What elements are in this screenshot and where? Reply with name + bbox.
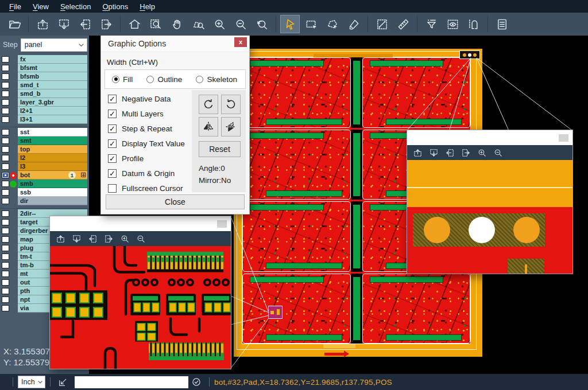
zoom-window-tool-button[interactable] — [146, 15, 165, 33]
zoom-out-tool-button[interactable] — [231, 15, 250, 33]
radio-outline[interactable]: Outline — [146, 75, 182, 84]
menu-item-selection[interactable]: Selection — [55, 2, 96, 11]
layer-name[interactable]: bot1⊞ — [18, 171, 87, 180]
zoom-in-button[interactable] — [120, 234, 130, 244]
snap-tool-button[interactable] — [464, 15, 483, 33]
datum-icon[interactable] — [57, 376, 69, 388]
polygon-select-tool-button[interactable] — [323, 15, 342, 33]
menu-item-options[interactable]: Options — [96, 2, 134, 11]
layer-name[interactable]: l3+1 — [18, 115, 87, 124]
ruler-tool-button[interactable] — [393, 15, 413, 33]
measure-line-tool-button[interactable] — [372, 15, 392, 33]
layer-name[interactable]: bfsmt — [18, 64, 87, 72]
layer-name[interactable]: smt — [18, 136, 87, 145]
home-view-tool-button[interactable] — [125, 15, 144, 33]
menu-item-help[interactable]: Help — [134, 2, 161, 11]
flip-horizontal-button[interactable] — [199, 117, 218, 136]
layer-name[interactable]: fx — [18, 55, 87, 64]
layer-name[interactable]: smd_t — [18, 81, 87, 89]
move-view-right-button[interactable] — [461, 148, 471, 158]
layer-visibility-checkbox[interactable] — [2, 253, 9, 260]
layer-name[interactable]: sst — [18, 128, 87, 136]
view-options-tool-button[interactable] — [443, 15, 462, 33]
layer-name[interactable]: bfsmb — [18, 72, 87, 81]
layer-name[interactable]: l2+1 — [18, 107, 87, 115]
checkbox-step-repeat[interactable]: Step & Repeat — [108, 121, 185, 136]
checkbox-multi-layers[interactable]: Multi Layers — [108, 106, 185, 121]
layer-visibility-checkbox[interactable] — [2, 155, 9, 161]
dialog-close-button[interactable]: x — [234, 37, 247, 47]
move-view-right-tool-button[interactable] — [96, 15, 116, 33]
layer-visibility-checkbox[interactable] — [2, 219, 9, 225]
pan-tool-button[interactable] — [167, 15, 187, 33]
rotate-ccw-button[interactable] — [221, 95, 241, 114]
layer-name[interactable]: l2 — [18, 154, 87, 162]
unit-selector[interactable]: Inch — [18, 376, 45, 388]
layer-name[interactable]: smd_b — [18, 89, 87, 98]
step-repeat-grid-icon[interactable]: ⊞ — [80, 171, 86, 180]
brush-tool-button[interactable] — [344, 15, 363, 33]
layer-name[interactable]: top — [18, 145, 87, 154]
layer-name[interactable]: l3 — [18, 162, 87, 171]
rotate-cw-button[interactable] — [199, 95, 218, 114]
layer-visibility-checkbox[interactable] — [2, 236, 9, 243]
layer-visibility-checkbox[interactable] — [2, 129, 9, 135]
select-tool-button[interactable] — [280, 15, 300, 33]
layer-visibility-checkbox[interactable] — [2, 262, 9, 268]
zoom-previous-tool-button[interactable] — [252, 15, 272, 33]
checkbox-display-text-value[interactable]: Display Text Value — [108, 136, 185, 151]
layer-visibility-checkbox[interactable] — [2, 305, 9, 311]
step-selector[interactable]: panel — [21, 38, 87, 52]
layer-visibility-checkbox[interactable] — [2, 181, 9, 187]
move-view-up-button[interactable] — [413, 148, 423, 158]
layer-visibility-checkbox[interactable] — [2, 189, 9, 196]
checkbox-negative-data[interactable]: Negative Data — [108, 91, 185, 106]
layer-visibility-checkbox[interactable] — [2, 91, 9, 97]
layer-visibility-checkbox[interactable] — [2, 163, 9, 170]
move-view-right-button[interactable] — [104, 234, 114, 244]
zoom-in-button[interactable] — [477, 148, 487, 158]
layer-visibility-checkbox[interactable] — [2, 138, 9, 144]
layer-name[interactable]: dir — [18, 197, 87, 205]
report-tool-button[interactable] — [492, 15, 512, 33]
checkbox-datum-origin[interactable]: Datum & Origin — [108, 166, 185, 181]
layer-visibility-checkbox[interactable] — [2, 245, 9, 251]
layer-visibility-checkbox[interactable] — [2, 73, 9, 80]
layer-name[interactable]: ssb — [18, 188, 87, 197]
flip-vertical-button[interactable] — [221, 117, 241, 136]
layer-name[interactable]: smb — [18, 180, 87, 188]
command-input[interactable] — [75, 376, 188, 388]
layer-visibility-checkbox[interactable] — [2, 228, 9, 234]
window-menu-button[interactable] — [217, 220, 227, 228]
move-view-left-button[interactable] — [445, 148, 455, 158]
move-view-up-button[interactable] — [56, 234, 65, 244]
layer-visibility-checkbox[interactable] — [2, 288, 9, 294]
layer-visibility-checkbox[interactable] — [2, 99, 9, 106]
layer-visibility-checkbox[interactable] — [2, 271, 9, 277]
layer-visibility-checkbox[interactable] — [2, 198, 9, 204]
layer-visibility-checkbox[interactable] — [2, 108, 9, 114]
checkbox-fullscreen-cursor[interactable]: Fullscreen Cursor — [108, 181, 185, 196]
layer-visibility-checkbox[interactable] — [2, 210, 9, 217]
menu-item-view[interactable]: View — [27, 2, 55, 11]
layer-visibility-checkbox[interactable] — [2, 172, 9, 178]
move-view-down-button[interactable] — [429, 148, 439, 158]
move-view-up-tool-button[interactable] — [33, 15, 52, 33]
layer-visibility-checkbox[interactable] — [2, 56, 9, 63]
layer-visibility-checkbox[interactable] — [2, 82, 9, 88]
move-view-down-button[interactable] — [72, 234, 82, 244]
move-view-left-button[interactable] — [88, 234, 98, 244]
reset-button[interactable]: Reset — [199, 141, 241, 157]
menu-item-file[interactable]: File — [3, 2, 27, 11]
zoom-out-button[interactable] — [136, 234, 146, 244]
window-menu-button[interactable] — [559, 134, 568, 142]
radio-skeleton[interactable]: Skeleton — [196, 75, 237, 84]
rect-select-tool-button[interactable] — [301, 15, 321, 33]
radio-fill[interactable]: Fill — [112, 75, 133, 84]
open-project-tool-button[interactable] — [5, 15, 24, 33]
layer-visibility-checkbox[interactable] — [2, 116, 9, 123]
zoom-in-tool-button[interactable] — [210, 15, 229, 33]
close-button[interactable]: Close — [106, 194, 245, 209]
layer-visibility-checkbox[interactable] — [2, 279, 9, 286]
checkbox-profile[interactable]: Profile — [108, 151, 185, 166]
